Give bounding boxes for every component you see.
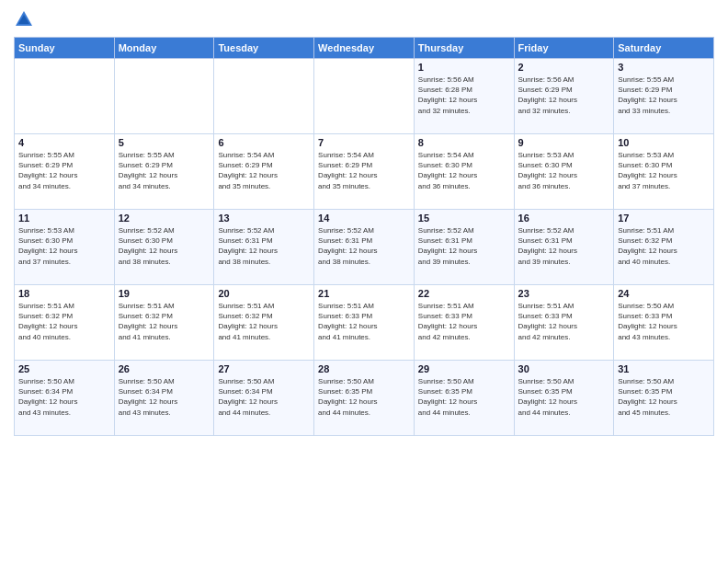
day-number: 2 bbox=[518, 62, 610, 73]
calendar-cell: 8Sunrise: 5:54 AM Sunset: 6:30 PM Daylig… bbox=[414, 134, 514, 210]
day-info: Sunrise: 5:52 AM Sunset: 6:30 PM Dayligh… bbox=[119, 225, 210, 267]
day-number: 26 bbox=[119, 363, 210, 374]
day-info: Sunrise: 5:50 AM Sunset: 6:34 PM Dayligh… bbox=[218, 376, 310, 418]
calendar-cell: 1Sunrise: 5:56 AM Sunset: 6:28 PM Daylig… bbox=[414, 59, 514, 134]
day-number: 23 bbox=[518, 288, 610, 299]
calendar-cell: 27Sunrise: 5:50 AM Sunset: 6:34 PM Dayli… bbox=[214, 361, 314, 436]
day-number: 17 bbox=[618, 213, 710, 224]
day-info: Sunrise: 5:51 AM Sunset: 6:33 PM Dayligh… bbox=[418, 301, 510, 342]
day-number: 11 bbox=[18, 213, 110, 224]
calendar-cell: 18Sunrise: 5:51 AM Sunset: 6:32 PM Dayli… bbox=[15, 285, 115, 361]
day-info: Sunrise: 5:53 AM Sunset: 6:30 PM Dayligh… bbox=[518, 150, 610, 191]
day-info: Sunrise: 5:50 AM Sunset: 6:34 PM Dayligh… bbox=[119, 376, 210, 418]
day-number: 28 bbox=[318, 363, 410, 374]
calendar-cell: 28Sunrise: 5:50 AM Sunset: 6:35 PM Dayli… bbox=[314, 361, 415, 436]
day-number: 27 bbox=[218, 363, 310, 374]
day-number: 22 bbox=[418, 288, 510, 299]
day-number: 14 bbox=[318, 213, 410, 224]
day-number: 9 bbox=[518, 137, 610, 148]
day-info: Sunrise: 5:52 AM Sunset: 6:31 PM Dayligh… bbox=[518, 225, 610, 267]
day-info: Sunrise: 5:53 AM Sunset: 6:30 PM Dayligh… bbox=[18, 225, 110, 267]
page: SundayMondayTuesdayWednesdayThursdayFrid… bbox=[0, 0, 728, 563]
header-day: Saturday bbox=[614, 38, 714, 59]
day-info: Sunrise: 5:50 AM Sunset: 6:34 PM Dayligh… bbox=[18, 376, 110, 418]
calendar-cell bbox=[114, 59, 214, 134]
calendar-week-row: 1Sunrise: 5:56 AM Sunset: 6:28 PM Daylig… bbox=[15, 59, 714, 134]
calendar-cell bbox=[214, 59, 314, 134]
calendar-cell: 4Sunrise: 5:55 AM Sunset: 6:29 PM Daylig… bbox=[15, 134, 115, 210]
calendar-cell bbox=[15, 59, 115, 134]
calendar-cell: 30Sunrise: 5:50 AM Sunset: 6:35 PM Dayli… bbox=[514, 361, 614, 436]
day-info: Sunrise: 5:55 AM Sunset: 6:29 PM Dayligh… bbox=[18, 150, 110, 191]
logo-icon bbox=[14, 9, 34, 29]
day-info: Sunrise: 5:51 AM Sunset: 6:33 PM Dayligh… bbox=[518, 301, 610, 342]
day-info: Sunrise: 5:51 AM Sunset: 6:32 PM Dayligh… bbox=[119, 301, 210, 342]
calendar-week-row: 18Sunrise: 5:51 AM Sunset: 6:32 PM Dayli… bbox=[15, 285, 714, 361]
calendar-cell: 10Sunrise: 5:53 AM Sunset: 6:30 PM Dayli… bbox=[614, 134, 714, 210]
day-info: Sunrise: 5:51 AM Sunset: 6:33 PM Dayligh… bbox=[318, 301, 410, 342]
calendar-week-row: 25Sunrise: 5:50 AM Sunset: 6:34 PM Dayli… bbox=[15, 361, 714, 436]
calendar-cell: 7Sunrise: 5:54 AM Sunset: 6:29 PM Daylig… bbox=[314, 134, 415, 210]
day-info: Sunrise: 5:54 AM Sunset: 6:29 PM Dayligh… bbox=[218, 150, 310, 191]
day-info: Sunrise: 5:50 AM Sunset: 6:35 PM Dayligh… bbox=[618, 376, 710, 418]
day-info: Sunrise: 5:55 AM Sunset: 6:29 PM Dayligh… bbox=[119, 150, 210, 191]
day-number: 21 bbox=[318, 288, 410, 299]
day-number: 15 bbox=[418, 213, 510, 224]
day-number: 29 bbox=[418, 363, 510, 374]
calendar-cell bbox=[314, 59, 415, 134]
day-number: 7 bbox=[318, 137, 410, 148]
calendar-cell: 23Sunrise: 5:51 AM Sunset: 6:33 PM Dayli… bbox=[514, 285, 614, 361]
day-number: 3 bbox=[618, 62, 710, 73]
day-number: 4 bbox=[18, 137, 110, 148]
header bbox=[14, 9, 714, 29]
day-info: Sunrise: 5:51 AM Sunset: 6:32 PM Dayligh… bbox=[218, 301, 310, 342]
calendar-cell: 15Sunrise: 5:52 AM Sunset: 6:31 PM Dayli… bbox=[414, 210, 514, 285]
day-info: Sunrise: 5:51 AM Sunset: 6:32 PM Dayligh… bbox=[18, 301, 110, 342]
calendar-cell: 11Sunrise: 5:53 AM Sunset: 6:30 PM Dayli… bbox=[15, 210, 115, 285]
calendar-week-row: 4Sunrise: 5:55 AM Sunset: 6:29 PM Daylig… bbox=[15, 134, 714, 210]
day-number: 6 bbox=[218, 137, 310, 148]
header-day: Tuesday bbox=[214, 38, 314, 59]
day-info: Sunrise: 5:50 AM Sunset: 6:35 PM Dayligh… bbox=[418, 376, 510, 418]
day-info: Sunrise: 5:50 AM Sunset: 6:35 PM Dayligh… bbox=[518, 376, 610, 418]
calendar-cell: 17Sunrise: 5:51 AM Sunset: 6:32 PM Dayli… bbox=[614, 210, 714, 285]
header-day: Sunday bbox=[15, 38, 115, 59]
day-number: 31 bbox=[618, 363, 710, 374]
day-number: 12 bbox=[119, 213, 210, 224]
day-number: 8 bbox=[418, 137, 510, 148]
header-row: SundayMondayTuesdayWednesdayThursdayFrid… bbox=[15, 38, 714, 59]
day-info: Sunrise: 5:52 AM Sunset: 6:31 PM Dayligh… bbox=[218, 225, 310, 267]
calendar-cell: 19Sunrise: 5:51 AM Sunset: 6:32 PM Dayli… bbox=[114, 285, 214, 361]
day-info: Sunrise: 5:50 AM Sunset: 6:35 PM Dayligh… bbox=[318, 376, 410, 418]
calendar-cell: 24Sunrise: 5:50 AM Sunset: 6:33 PM Dayli… bbox=[614, 285, 714, 361]
logo bbox=[14, 9, 38, 29]
day-number: 18 bbox=[18, 288, 110, 299]
calendar-cell: 16Sunrise: 5:52 AM Sunset: 6:31 PM Dayli… bbox=[514, 210, 614, 285]
day-info: Sunrise: 5:54 AM Sunset: 6:29 PM Dayligh… bbox=[318, 150, 410, 191]
calendar-cell: 20Sunrise: 5:51 AM Sunset: 6:32 PM Dayli… bbox=[214, 285, 314, 361]
day-number: 5 bbox=[119, 137, 210, 148]
header-day: Wednesday bbox=[314, 38, 415, 59]
calendar-week-row: 11Sunrise: 5:53 AM Sunset: 6:30 PM Dayli… bbox=[15, 210, 714, 285]
day-number: 25 bbox=[18, 363, 110, 374]
calendar-cell: 13Sunrise: 5:52 AM Sunset: 6:31 PM Dayli… bbox=[214, 210, 314, 285]
calendar-cell: 6Sunrise: 5:54 AM Sunset: 6:29 PM Daylig… bbox=[214, 134, 314, 210]
calendar-cell: 12Sunrise: 5:52 AM Sunset: 6:30 PM Dayli… bbox=[114, 210, 214, 285]
day-number: 1 bbox=[418, 62, 510, 73]
calendar-cell: 3Sunrise: 5:55 AM Sunset: 6:29 PM Daylig… bbox=[614, 59, 714, 134]
day-number: 20 bbox=[218, 288, 310, 299]
day-info: Sunrise: 5:56 AM Sunset: 6:29 PM Dayligh… bbox=[518, 75, 610, 116]
calendar-table: SundayMondayTuesdayWednesdayThursdayFrid… bbox=[14, 37, 714, 436]
day-info: Sunrise: 5:56 AM Sunset: 6:28 PM Dayligh… bbox=[418, 75, 510, 116]
calendar-cell: 31Sunrise: 5:50 AM Sunset: 6:35 PM Dayli… bbox=[614, 361, 714, 436]
calendar-cell: 9Sunrise: 5:53 AM Sunset: 6:30 PM Daylig… bbox=[514, 134, 614, 210]
day-number: 10 bbox=[618, 137, 710, 148]
day-number: 30 bbox=[518, 363, 610, 374]
calendar-cell: 5Sunrise: 5:55 AM Sunset: 6:29 PM Daylig… bbox=[114, 134, 214, 210]
header-day: Thursday bbox=[414, 38, 514, 59]
header-day: Monday bbox=[114, 38, 214, 59]
day-info: Sunrise: 5:53 AM Sunset: 6:30 PM Dayligh… bbox=[618, 150, 710, 191]
day-number: 13 bbox=[218, 213, 310, 224]
day-number: 24 bbox=[618, 288, 710, 299]
day-number: 16 bbox=[518, 213, 610, 224]
